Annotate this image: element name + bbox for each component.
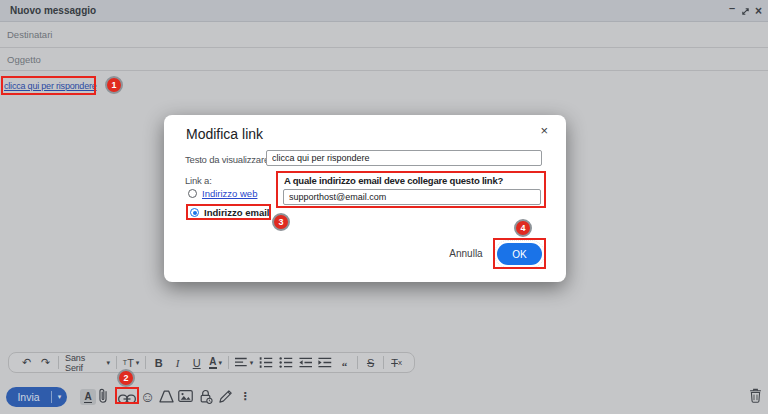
recipients-placeholder: Destinatari [7,29,52,40]
send-options-chevron-icon[interactable]: ▾ [52,393,67,401]
annotation-badge-1: 1 [105,76,123,94]
chevron-down-icon: ▾ [136,359,140,367]
edit-link-dialog: Modifica link × Testo da visualizzare: L… [164,115,566,282]
subject-placeholder: Oggetto [7,54,41,65]
insert-link-icon[interactable] [118,391,136,407]
dialog-close-icon[interactable]: × [540,123,548,138]
italic-icon[interactable]: I [171,353,184,372]
bulleted-list-icon[interactable] [279,353,293,372]
compose-titlebar: Nuovo messaggio – × [0,0,768,22]
strikethrough-icon[interactable]: S [364,353,377,372]
send-button[interactable]: Invia ▾ [6,387,67,407]
email-address-radio[interactable] [190,208,199,217]
popout-icon[interactable] [739,0,752,22]
web-address-label[interactable]: Indirizzo web [202,188,257,199]
numbered-list-icon[interactable] [259,353,273,372]
annotation-badge-4: 4 [514,219,532,237]
more-options-icon[interactable]: ⋮ [241,388,249,404]
compose-title: Nuovo messaggio [10,5,96,16]
recipients-field[interactable]: Destinatari [0,22,768,48]
discard-draft-trash-icon[interactable] [749,387,762,403]
attach-file-icon[interactable] [97,388,109,404]
annotation-badge-3: 3 [272,213,290,231]
subject-field[interactable]: Oggetto [0,48,768,71]
email-address-label[interactable]: Indirizzo email [204,207,269,218]
cancel-button[interactable]: Annulla [448,248,484,259]
chevron-down-icon: ▾ [219,359,223,367]
link-to-label: Link a: [185,175,212,186]
display-text-label: Testo da visualizzare: [185,154,271,165]
formatting-options-icon[interactable]: A [80,389,96,405]
chevron-down-icon: ▾ [107,359,111,367]
web-address-option[interactable]: Indirizzo web [188,188,257,199]
align-icon[interactable]: ▾ [235,353,253,372]
dialog-title: Modifica link [186,126,263,142]
close-icon[interactable]: × [752,0,765,22]
toolbar-separator [228,356,229,369]
email-address-option[interactable]: Indirizzo email [190,207,269,218]
email-question-label: A quale indirizzo email deve collegare q… [284,175,503,186]
send-label: Invia [6,391,51,403]
toolbar-separator [357,356,358,369]
toolbar-separator [145,356,146,369]
signature-pen-icon[interactable] [218,388,233,404]
body-hyperlink[interactable]: clicca qui per rispondere [4,81,97,91]
minimize-icon[interactable]: – [726,0,738,22]
remove-formatting-icon[interactable]: Tx [390,353,403,372]
font-family-selector[interactable]: Sans Serif ▾ [65,353,110,372]
compose-window: Nuovo messaggio – × Destinatari Oggetto … [0,0,768,414]
toolbar-separator [383,356,384,369]
indent-increase-icon[interactable] [318,353,332,372]
ok-button[interactable]: OK [497,243,542,265]
quote-icon[interactable]: “ [338,353,351,372]
insert-emoji-icon[interactable]: ☺ [140,388,155,404]
insert-image-icon[interactable] [178,388,193,404]
undo-icon[interactable]: ↶ [20,353,33,372]
redo-icon[interactable]: ↷ [39,353,52,372]
text-color-icon[interactable]: A ▾ [209,353,222,372]
toolbar-separator [58,356,59,369]
toolbar-separator [116,356,117,369]
email-address-input[interactable] [283,189,541,205]
formatting-toolbar: ↶ ↷ Sans Serif ▾ TT ▾ B I U A ▾ ▾ [8,352,415,373]
underline-icon[interactable]: U [190,353,203,372]
bold-icon[interactable]: B [152,353,165,372]
confidential-mode-icon[interactable] [198,388,213,404]
drive-icon[interactable] [159,388,174,404]
display-text-input[interactable] [266,150,542,166]
indent-decrease-icon[interactable] [299,353,313,372]
annotation-badge-2: 2 [117,369,135,387]
chevron-down-icon: ▾ [250,359,254,367]
web-address-radio[interactable] [188,189,197,198]
